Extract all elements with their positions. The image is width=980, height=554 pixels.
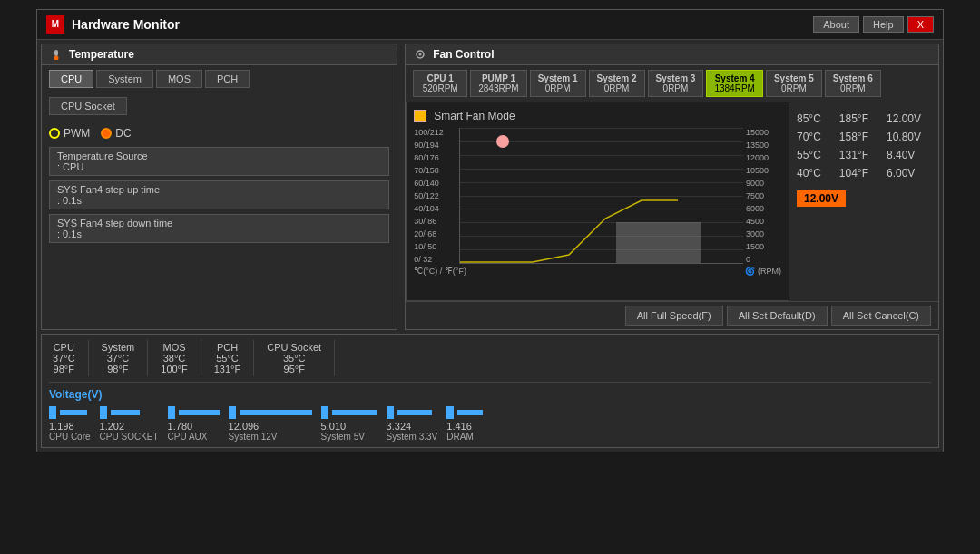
fan-grid: CPU 1 520RPM PUMP 1 2843RPM System 1 0RP…: [406, 65, 938, 102]
fan-sys4-name: System 4: [714, 73, 754, 83]
temp-mos-f: 100°F: [161, 364, 187, 374]
tab-cpu-socket[interactable]: CPU Socket: [49, 97, 127, 115]
fan-sys2-name: System 2: [597, 73, 637, 83]
fan-sys5[interactable]: System 5 0RPM: [766, 70, 822, 97]
temp-cpu-socket-name: CPU Socket: [267, 342, 321, 353]
current-voltage-display: 12.00V: [797, 192, 935, 205]
volt-bar-4: [240, 410, 312, 415]
fan-sys5-name: System 5: [774, 73, 814, 83]
thresh-v-2: 8.40V: [887, 149, 915, 161]
fan-sys5-rpm: 0RPM: [774, 83, 814, 93]
svg-point-3: [419, 53, 422, 56]
temp-pch-name: PCH: [214, 342, 240, 353]
temperature-panel: Temperature CPU System MOS PCH CPU Socke…: [41, 44, 397, 330]
set-cancel-button[interactable]: All Set Cancel(C): [831, 306, 931, 326]
fan-sys2[interactable]: System 2 0RPM: [589, 70, 645, 97]
volt-indicator-6: [387, 406, 394, 419]
fan-cpu1[interactable]: CPU 1 520RPM: [413, 70, 467, 97]
fan-sys6[interactable]: System 6 0RPM: [825, 70, 881, 97]
thresh-c-2: 55°C: [797, 149, 821, 161]
volt-dram: 1.416 DRAM: [446, 406, 492, 442]
step-down-label: SYS Fan4 step down time: [57, 218, 381, 228]
voltage-row: 1.198 CPU Core 1.202 CPU SOCKET: [49, 406, 931, 442]
thresh-v-3: 6.00V: [887, 167, 915, 180]
volt-bar-2: [111, 410, 140, 415]
temp-cpu-socket-f: 95°F: [267, 364, 321, 374]
svg-rect-0: [54, 50, 58, 56]
step-down-value: : 0.1s: [57, 228, 381, 239]
volt-sys12v: 12.096 System 12V: [229, 406, 321, 442]
window-title: Hardware Monitor: [72, 17, 180, 32]
dc-radio[interactable]: DC: [101, 127, 131, 140]
temp-system-f: 98°F: [102, 364, 135, 374]
tab-pch[interactable]: PCH: [205, 70, 250, 88]
thresh-f-0: 185°F: [839, 112, 868, 125]
fan-control-panel: Fan Control CPU 1 520RPM PUMP 1 2843RPM …: [405, 44, 939, 330]
thresh-v-1: 10.80V: [887, 131, 921, 143]
dc-label: DC: [115, 127, 131, 140]
smart-fan-label: Smart Fan Mode: [434, 110, 514, 122]
volt-sys12v-name: System 12V: [229, 432, 278, 442]
pwm-circle: [49, 128, 60, 139]
volt-bar-5: [332, 410, 377, 415]
fan-sys3-rpm: 0RPM: [656, 83, 696, 93]
pwm-radio[interactable]: PWM: [49, 127, 90, 140]
threshold-row-3: 40°C 104°F 6.00V: [797, 167, 935, 180]
x-label-left: ℃(°C) / ℉(°F): [414, 267, 466, 276]
thresh-f-2: 131°F: [839, 149, 868, 161]
volt-sys33v-bar: [387, 406, 432, 419]
tab-system[interactable]: System: [96, 70, 153, 88]
help-button[interactable]: Help: [863, 16, 904, 33]
close-button[interactable]: X: [907, 16, 934, 33]
title-bar-buttons: About Help X: [813, 16, 934, 33]
about-button[interactable]: About: [813, 16, 859, 33]
svg-point-1: [54, 56, 59, 61]
volt-sys33v-name: System 3.3V: [387, 432, 438, 442]
chart-body: 0/ 32 10/ 50 20/ 68 30/ 86 40/104 50/122…: [414, 128, 781, 264]
tab-cpu[interactable]: CPU: [49, 70, 93, 88]
smart-fan-checkbox[interactable]: [414, 110, 426, 122]
fan-sys3[interactable]: System 3 0RPM: [648, 70, 704, 97]
thermometer-icon: [49, 49, 64, 60]
full-speed-button[interactable]: All Full Speed(F): [625, 306, 723, 326]
fan-sys1-rpm: 0RPM: [538, 83, 578, 93]
smart-fan-row: Smart Fan Mode: [414, 110, 781, 122]
fan-sys3-name: System 3: [656, 73, 696, 83]
volt-indicator-4: [229, 406, 236, 419]
fan-sys1-name: System 1: [538, 73, 578, 83]
fan-sys4[interactable]: System 4 1384RPM: [706, 70, 762, 97]
temp-row: CPU 37°C 98°F System 37°C 98°F MOS 38°C …: [49, 340, 931, 383]
volt-cpu-aux: 1.780 CPU AUX: [168, 406, 229, 442]
temp-mos-name: MOS: [161, 342, 187, 353]
fan-sys1[interactable]: System 1 0RPM: [530, 70, 586, 97]
thresh-v-0: 12.00V: [887, 112, 921, 125]
set-default-button[interactable]: All Set Default(D): [727, 306, 828, 326]
temp-system-c: 37°C: [102, 353, 135, 364]
temp-tabs: CPU System MOS PCH: [42, 65, 397, 92]
volt-sys5v-bar: [321, 406, 377, 419]
fan-cpu1-name: CPU 1: [421, 73, 459, 83]
tab-mos[interactable]: MOS: [156, 70, 202, 88]
volt-cpu-core-bar: [49, 406, 87, 419]
pwm-label: PWM: [64, 127, 90, 140]
volt-sys5v-value: 5.010: [321, 421, 347, 432]
fan-sys6-rpm: 0RPM: [833, 83, 873, 93]
volt-cpu-socket: 1.202 CPU SOCKET: [100, 406, 168, 442]
fan-sys4-rpm: 1384RPM: [714, 83, 754, 93]
title-bar: M Hardware Monitor About Help X: [37, 10, 943, 40]
temp-cpu-c: 37°C: [53, 353, 75, 364]
top-panels: Temperature CPU System MOS PCH CPU Socke…: [37, 40, 943, 334]
temp-pch-c: 55°C: [214, 353, 240, 364]
thresh-f-3: 104°F: [839, 167, 868, 180]
volt-cpu-aux-value: 1.780: [168, 421, 193, 432]
app-window: M Hardware Monitor About Help X Temperat…: [36, 9, 944, 452]
threshold-list: 85°C 185°F 12.00V 70°C 158°F 10.80V 55°C: [797, 105, 935, 205]
fan-sys6-name: System 6: [833, 73, 873, 83]
volt-dram-value: 1.416: [446, 421, 472, 432]
fan-pump1[interactable]: PUMP 1 2843RPM: [470, 70, 526, 97]
app-icon: M: [46, 15, 64, 34]
volt-cpu-socket-name: CPU SOCKET: [100, 432, 159, 442]
action-row: All Full Speed(F) All Set Default(D) All…: [406, 301, 938, 329]
y-axis-left: 0/ 32 10/ 50 20/ 68 30/ 86 40/104 50/122…: [414, 128, 459, 264]
threshold-row-0: 85°C 185°F 12.00V: [797, 112, 935, 125]
